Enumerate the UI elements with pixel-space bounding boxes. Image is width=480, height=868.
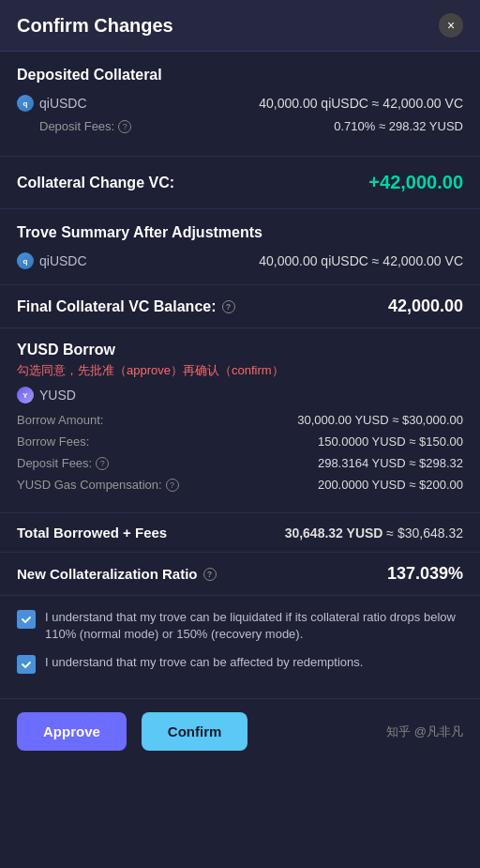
deposited-collateral-title: Deposited Collateral: [17, 67, 463, 84]
trove-token-value: 40,000.00 qiUSDC ≈ 42,000.00 VC: [259, 253, 463, 268]
total-borrowed-section: Total Borrowed + Fees 30,648.32 YUSD ≈ $…: [0, 513, 480, 553]
deposited-collateral-section: Deposited Collateral q qiUSDC 40,000.00 …: [0, 52, 480, 157]
modal-header: Confirm Changes ×: [0, 0, 480, 52]
total-borrowed-value: 30,648.32 YUSD ≈ $30,648.32: [285, 525, 463, 541]
yusd-borrow-title: YUSD Borrow: [17, 342, 463, 358]
trove-token-name: qiUSDC: [39, 253, 87, 268]
collateralization-ratio-info-icon[interactable]: ?: [203, 568, 217, 581]
check-icon-1: [21, 614, 32, 625]
yusd-token-name: YUSD: [39, 388, 76, 403]
checkbox-1[interactable]: [17, 610, 36, 629]
total-borrowed-row: Total Borrowed + Fees 30,648.32 YUSD ≈ $…: [17, 525, 463, 541]
collateral-change-value: +42,000.00: [368, 172, 463, 193]
checkbox-2[interactable]: [17, 655, 36, 674]
yusd-deposit-fees-value: 298.3164 YUSD ≈ $298.32: [318, 456, 463, 470]
checkbox-row-2: I understand that my trove can be affect…: [17, 654, 463, 674]
collateralization-ratio-section: New Collateralization Ratio ? 137.039%: [0, 553, 480, 596]
checkbox-text-1: I understand that my trove can be liquid…: [45, 609, 463, 643]
total-borrowed-label: Total Borrowed + Fees: [17, 525, 167, 541]
yusd-deposit-fees-label: Deposit Fees: ?: [17, 456, 109, 470]
confirm-button[interactable]: Confirm: [142, 712, 248, 751]
deposit-fees-info-icon[interactable]: ?: [118, 120, 131, 133]
yusd-deposit-fees-row: Deposit Fees: ? 298.3164 YUSD ≈ $298.32: [17, 456, 463, 470]
collateral-token-value: 40,000.00 qiUSDC ≈ 42,000.00 VC: [259, 96, 463, 111]
trove-qiusdc-icon: q: [17, 252, 34, 269]
final-balance-row: Final Collateral VC Balance: ? 42,000.00: [0, 285, 480, 328]
checkbox-text-2: I understand that my trove can be affect…: [45, 654, 363, 671]
trove-token-label: q qiUSDC: [17, 252, 87, 269]
borrow-fees-label: Borrow Fees:: [17, 434, 89, 449]
collateralization-ratio-label: New Collateralization Ratio ?: [17, 566, 217, 582]
total-borrowed-main: 30,648.32 YUSD: [285, 525, 383, 541]
gas-compensation-label: YUSD Gas Compensation: ?: [17, 478, 179, 492]
borrow-amount-value: 30,000.00 YUSD ≈ $30,000.00: [297, 413, 463, 427]
collateral-change-label: Collateral Change VC:: [17, 175, 174, 191]
qiusdc-icon: q: [17, 95, 34, 112]
collateral-token-name: qiUSDC: [39, 96, 87, 111]
borrow-fees-row: Borrow Fees: 150.0000 YUSD ≈ $150.00: [17, 434, 463, 449]
check-icon-2: [21, 659, 32, 670]
collateral-token-row: q qiUSDC 40,000.00 qiUSDC ≈ 42,000.00 VC: [17, 95, 463, 112]
final-balance-info-icon[interactable]: ?: [222, 300, 235, 313]
gas-compensation-row: YUSD Gas Compensation: ? 200.0000 YUSD ≈…: [17, 478, 463, 492]
final-balance-value: 42,000.00: [388, 297, 463, 316]
borrow-fees-value: 150.0000 YUSD ≈ $150.00: [318, 434, 463, 449]
yusd-deposit-fees-info-icon[interactable]: ?: [96, 457, 109, 470]
checkboxes-section: I understand that my trove can be liquid…: [0, 596, 480, 699]
deposit-fees-label: Deposit Fees: ?: [39, 119, 131, 133]
close-button[interactable]: ×: [439, 13, 463, 38]
borrow-amount-row: Borrow Amount: 30,000.00 YUSD ≈ $30,000.…: [17, 413, 463, 427]
trove-summary-section: Trove Summary After Adjustments q qiUSDC…: [0, 209, 480, 285]
watermark: 知乎 @凡非凡: [386, 723, 463, 740]
approve-button[interactable]: Approve: [17, 712, 127, 751]
footer-buttons: Approve Confirm 知乎 @凡非凡: [0, 699, 480, 764]
deposit-fees-value: 0.710% ≈ 298.32 YUSD: [334, 119, 463, 133]
final-balance-label: Final Collateral VC Balance: ?: [17, 298, 235, 315]
modal-title: Confirm Changes: [17, 15, 173, 37]
modal: Confirm Changes × Deposited Collateral q…: [0, 0, 480, 868]
yusd-coin-icon: Y: [17, 387, 34, 404]
collateral-token-label: q qiUSDC: [17, 95, 87, 112]
gas-compensation-value: 200.0000 YUSD ≈ $200.00: [318, 478, 463, 492]
borrow-amount-label: Borrow Amount:: [17, 413, 104, 427]
trove-token-row: q qiUSDC 40,000.00 qiUSDC ≈ 42,000.00 VC: [17, 252, 463, 269]
approve-notice: 勾选同意，先批准（approve）再确认（confirm）: [17, 362, 463, 379]
yusd-borrow-section: YUSD Borrow 勾选同意，先批准（approve）再确认（confirm…: [0, 328, 480, 513]
collateralization-ratio-value: 137.039%: [387, 564, 463, 584]
gas-compensation-info-icon[interactable]: ?: [166, 479, 179, 492]
trove-summary-title: Trove Summary After Adjustments: [17, 224, 463, 241]
total-borrowed-sub: ≈ $30,648.32: [386, 525, 463, 541]
deposit-fees-row: Deposit Fees: ? 0.710% ≈ 298.32 YUSD: [17, 119, 463, 133]
checkbox-row-1: I understand that my trove can be liquid…: [17, 609, 463, 643]
collateral-change-row: Collateral Change VC: +42,000.00: [0, 157, 480, 209]
yusd-token-row: Y YUSD: [17, 387, 463, 404]
